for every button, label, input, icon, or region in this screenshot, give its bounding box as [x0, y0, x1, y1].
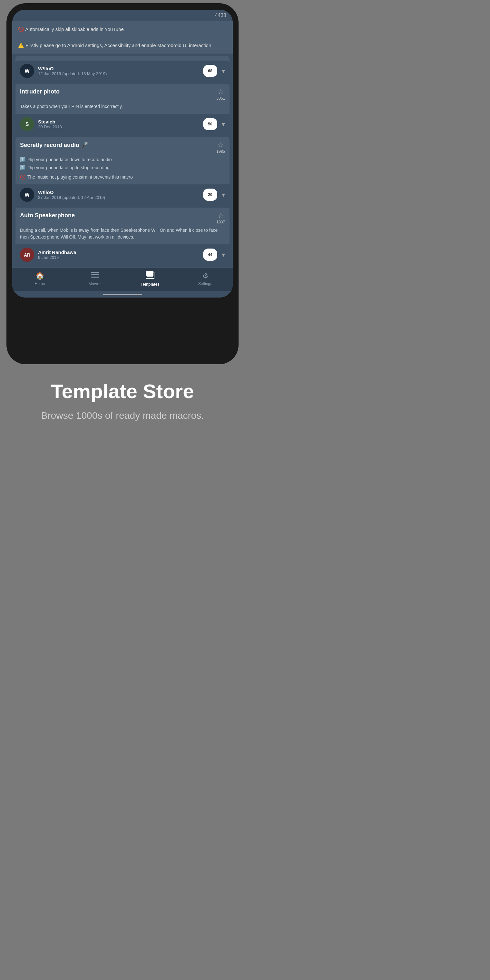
author-actions-willoo2: 20 ▾	[203, 189, 225, 201]
avatar-willoo: W	[20, 64, 34, 78]
nav-label-home: Home	[35, 282, 45, 286]
bottom-navigation: 🏠 Home Macros	[12, 267, 233, 291]
chevron-willoo2[interactable]: ▾	[222, 191, 225, 199]
author-left-speakerphone: AR Amrit Randhawa 9 Jan 2019	[20, 248, 76, 262]
status-time: 4438	[215, 13, 226, 18]
home-indicator	[12, 291, 233, 298]
author-name-willoo2: W!lloO	[38, 189, 105, 195]
chevron-amrit[interactable]: ▾	[222, 251, 225, 259]
author-left-intruder: S Stevieb 20 Dec 2018	[20, 117, 62, 131]
settings-icon: ⚙	[202, 272, 208, 280]
comment-count-willoo: 68	[208, 68, 212, 73]
svg-text:AR: AR	[24, 252, 30, 258]
comment-bubble-willoo2[interactable]: 20	[203, 189, 217, 201]
avatar-stevieb: S	[20, 117, 34, 131]
desc-warning: 🚫 The music not playing constraint preve…	[20, 174, 225, 181]
desc-emoji-1: 1️⃣	[20, 156, 25, 163]
macro-header-intruder: Intruder photo ☆ 3051	[20, 88, 225, 100]
avatar-willoo2: W	[20, 188, 34, 202]
author-info-stevieb: Stevieb 20 Dec 2018	[38, 119, 62, 129]
star-count-secretly: 1985	[216, 149, 225, 154]
svg-text:W: W	[24, 192, 30, 197]
author-actions-willoo: 68 ▾	[203, 65, 225, 77]
avatar-amrit: AR	[20, 248, 34, 262]
svg-rect-10	[91, 277, 99, 278]
desc-text-1: Flip your phone face down to record audi…	[27, 156, 112, 163]
avatar-img: W	[20, 64, 34, 78]
desc-text-2: Flip your phone face up to stop recordin…	[27, 164, 110, 171]
macro-title-speakerphone: Auto Speakerphone	[20, 212, 213, 219]
template-store-title: Template Store	[16, 380, 229, 402]
template-store-subtitle: Browse 1000s of ready made macros.	[16, 409, 229, 422]
macro-title-secretly: Secretly record audio 🎤	[20, 142, 213, 149]
svg-rect-12	[147, 271, 153, 276]
macro-card-intruder: Intruder photo ☆ 3051 Takes a photo when…	[16, 84, 229, 134]
author-date-amrit: 9 Jan 2019	[38, 255, 76, 260]
desc-emoji-2: 1️⃣	[20, 164, 25, 171]
home-bar	[103, 294, 142, 295]
chevron-willoo[interactable]: ▾	[222, 67, 225, 75]
svg-rect-9	[91, 274, 99, 275]
star-icon-intruder: ☆	[218, 88, 224, 95]
star-icon-speakerphone: ☆	[218, 212, 224, 219]
phone-screen: 4438 🚫 Automatically skip all skipable a…	[12, 10, 233, 298]
author-name-amrit: Amrit Randhawa	[38, 250, 76, 255]
nav-item-settings[interactable]: ⚙ Settings	[178, 272, 233, 286]
home-icon: 🏠	[35, 272, 44, 280]
banner-skip-ads-text: 🚫 Automatically skip all skipable ads in…	[18, 26, 124, 32]
author-info-willoo: W!lloO 12 Jan 2019 (updated: 18 May 2019…	[38, 66, 107, 76]
macro-header-secretly: Secretly record audio 🎤 ☆ 1985	[20, 142, 225, 154]
comment-count-amrit: 44	[208, 252, 212, 257]
comment-bubble-willoo[interactable]: 68	[203, 65, 217, 77]
banner-accessibility: ⚠️ Firstly please go to Android settings…	[12, 37, 233, 54]
svg-rect-8	[91, 272, 99, 273]
nav-item-home[interactable]: 🏠 Home	[12, 272, 67, 286]
comment-bubble-stevieb[interactable]: 50	[203, 118, 217, 130]
star-count-speakerphone: 1937	[216, 220, 225, 224]
svg-text:W: W	[24, 68, 30, 74]
chevron-stevieb[interactable]: ▾	[222, 120, 225, 128]
macro-desc-speakerphone: During a call, when Mobile is away from …	[20, 227, 225, 240]
comment-count-stevieb: 50	[208, 122, 212, 126]
macro-header-speakerphone: Auto Speakerphone ☆ 1937	[20, 212, 225, 224]
author-left-secretly: W W!lloO 27 Jan 2019 (updated: 12 Apr 20…	[20, 188, 105, 202]
phone-shell: 4438 🚫 Automatically skip all skipable a…	[6, 3, 239, 364]
author-row-secretly: W W!lloO 27 Jan 2019 (updated: 12 Apr 20…	[16, 185, 229, 205]
nav-label-settings: Settings	[198, 282, 212, 286]
nav-label-templates: Templates	[140, 282, 159, 286]
star-rating-speakerphone[interactable]: ☆ 1937	[216, 212, 225, 224]
author-name-stevieb: Stevieb	[38, 119, 62, 124]
author-info-amrit: Amrit Randhawa 9 Jan 2019	[38, 250, 76, 260]
star-icon-secretly: ☆	[218, 142, 224, 149]
desc-text-warning: The music not playing constraint prevent…	[27, 174, 133, 181]
below-phone-section: Template Store Browse 1000s of ready mad…	[6, 364, 239, 435]
status-bar: 4438	[12, 10, 233, 21]
desc-item-2: 1️⃣ Flip your phone face up to stop reco…	[20, 164, 225, 171]
templates-icon	[146, 271, 155, 281]
comment-count-willoo2: 20	[208, 192, 212, 197]
author-actions-stevieb: 50 ▾	[203, 118, 225, 130]
macro-title-intruder: Intruder photo	[20, 88, 213, 95]
star-rating-secretly[interactable]: ☆ 1985	[216, 142, 225, 154]
nav-item-macros[interactable]: Macros	[67, 271, 123, 286]
author-row-intruder: S Stevieb 20 Dec 2018 50 ▾	[16, 114, 229, 134]
author-row-speakerphone: AR Amrit Randhawa 9 Jan 2019 44	[16, 244, 229, 265]
banner-skip-ads: 🚫 Automatically skip all skipable ads in…	[12, 21, 233, 37]
macro-desc-secretly: 1️⃣ Flip your phone face down to record …	[20, 156, 225, 181]
star-count-intruder: 3051	[216, 96, 225, 100]
author-name-willoo: W!lloO	[38, 66, 107, 71]
author-date-willoo2: 27 Jan 2019 (updated: 12 Apr 2019)	[38, 195, 105, 200]
comment-bubble-amrit[interactable]: 44	[203, 248, 217, 261]
macro-desc-intruder: Takes a photo when your PIN is entered i…	[20, 103, 225, 110]
macro-card-secretly: Secretly record audio 🎤 ☆ 1985 1️⃣ Flip …	[16, 137, 229, 205]
macro-card-speakerphone: Auto Speakerphone ☆ 1937 During a call, …	[16, 208, 229, 265]
macro-card-willoo: W W!lloO 12 Jan 2019 (updated: 18 May 20…	[16, 56, 229, 81]
author-info-willoo2: W!lloO 27 Jan 2019 (updated: 12 Apr 2019…	[38, 189, 105, 200]
nav-label-macros: Macros	[89, 282, 101, 286]
author-left-willoo: W W!lloO 12 Jan 2019 (updated: 18 May 20…	[20, 64, 107, 78]
svg-text:S: S	[25, 121, 29, 127]
nav-item-templates[interactable]: Templates	[123, 271, 178, 286]
content-area: 🚫 Automatically skip all skipable ads in…	[12, 21, 233, 265]
banner-accessibility-text: ⚠️ Firstly please go to Android settings…	[18, 43, 211, 48]
star-rating-intruder[interactable]: ☆ 3051	[216, 88, 225, 100]
